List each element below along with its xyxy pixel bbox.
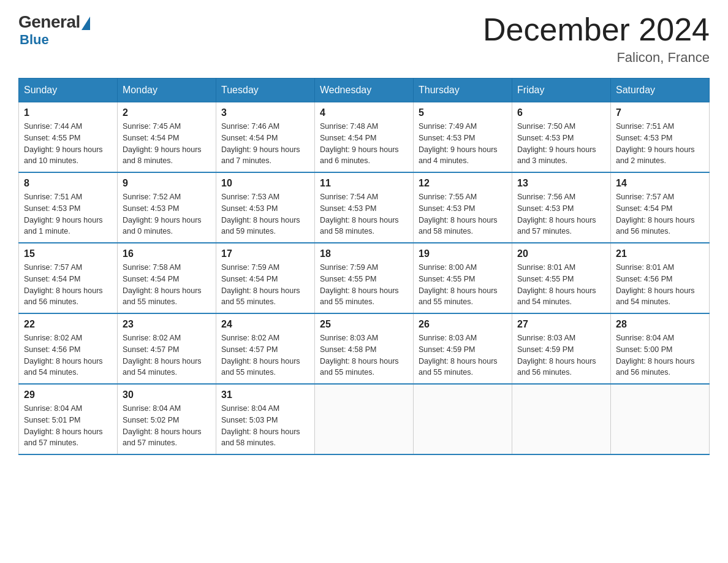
table-row: 28Sunrise: 8:04 AMSunset: 5:00 PMDayligh…: [611, 313, 710, 384]
day-number: 22: [24, 319, 112, 330]
day-number: 29: [24, 389, 112, 400]
day-info: Sunrise: 8:04 AMSunset: 5:01 PMDaylight:…: [24, 403, 112, 449]
day-info: Sunrise: 7:49 AMSunset: 4:53 PMDaylight:…: [419, 121, 507, 167]
day-number: 12: [419, 178, 507, 189]
day-number: 15: [24, 248, 112, 259]
day-number: 18: [320, 248, 408, 259]
table-row: 5Sunrise: 7:49 AMSunset: 4:53 PMDaylight…: [414, 102, 512, 173]
table-row: 13Sunrise: 7:56 AMSunset: 4:53 PMDayligh…: [512, 172, 611, 243]
day-number: 27: [517, 319, 605, 330]
table-row: 15Sunrise: 7:57 AMSunset: 4:54 PMDayligh…: [19, 243, 118, 313]
day-info: Sunrise: 8:04 AMSunset: 5:00 PMDaylight:…: [616, 332, 704, 378]
table-row: 20Sunrise: 8:01 AMSunset: 4:55 PMDayligh…: [512, 243, 611, 313]
day-info: Sunrise: 7:56 AMSunset: 4:53 PMDaylight:…: [517, 191, 605, 237]
day-info: Sunrise: 7:45 AMSunset: 4:54 PMDaylight:…: [123, 121, 211, 167]
day-info: Sunrise: 7:58 AMSunset: 4:54 PMDaylight:…: [123, 262, 211, 308]
day-number: 25: [320, 319, 408, 330]
day-info: Sunrise: 7:54 AMSunset: 4:53 PMDaylight:…: [320, 191, 408, 237]
day-info: Sunrise: 8:03 AMSunset: 4:59 PMDaylight:…: [517, 332, 605, 378]
day-info: Sunrise: 8:02 AMSunset: 4:57 PMDaylight:…: [123, 332, 211, 378]
table-row: 2Sunrise: 7:45 AMSunset: 4:54 PMDaylight…: [118, 102, 216, 173]
header-saturday: Saturday: [611, 79, 710, 102]
logo: General Blue: [18, 12, 90, 48]
table-row: 24Sunrise: 8:02 AMSunset: 4:57 PMDayligh…: [216, 313, 315, 384]
header-thursday: Thursday: [414, 79, 512, 102]
day-info: Sunrise: 7:59 AMSunset: 4:54 PMDaylight:…: [221, 262, 309, 308]
header-monday: Monday: [118, 79, 216, 102]
logo-blue-text: Blue: [20, 32, 49, 48]
table-row: [414, 384, 512, 454]
header-sunday: Sunday: [19, 79, 118, 102]
day-number: 23: [123, 319, 211, 330]
table-row: 11Sunrise: 7:54 AMSunset: 4:53 PMDayligh…: [315, 172, 414, 243]
logo-triangle-icon: [82, 17, 90, 30]
day-info: Sunrise: 8:00 AMSunset: 4:55 PMDaylight:…: [419, 262, 507, 308]
table-row: 6Sunrise: 7:50 AMSunset: 4:53 PMDaylight…: [512, 102, 611, 173]
week-row-5: 29Sunrise: 8:04 AMSunset: 5:01 PMDayligh…: [19, 384, 710, 454]
weekday-header-row: SundayMondayTuesdayWednesdayThursdayFrid…: [19, 79, 710, 102]
day-number: 5: [419, 107, 507, 118]
location-subtitle: Falicon, France: [483, 50, 710, 66]
table-row: 1Sunrise: 7:44 AMSunset: 4:55 PMDaylight…: [19, 102, 118, 173]
table-row: [512, 384, 611, 454]
month-year-title: December 2024: [483, 12, 710, 47]
table-row: 23Sunrise: 8:02 AMSunset: 4:57 PMDayligh…: [118, 313, 216, 384]
day-info: Sunrise: 8:01 AMSunset: 4:56 PMDaylight:…: [616, 262, 704, 308]
day-info: Sunrise: 7:52 AMSunset: 4:53 PMDaylight:…: [123, 191, 211, 237]
title-block: December 2024 Falicon, France: [483, 12, 710, 66]
table-row: 17Sunrise: 7:59 AMSunset: 4:54 PMDayligh…: [216, 243, 315, 313]
page-header: General Blue December 2024 Falicon, Fran…: [18, 12, 710, 66]
day-number: 24: [221, 319, 309, 330]
day-info: Sunrise: 7:55 AMSunset: 4:53 PMDaylight:…: [419, 191, 507, 237]
day-number: 14: [616, 178, 704, 189]
table-row: 16Sunrise: 7:58 AMSunset: 4:54 PMDayligh…: [118, 243, 216, 313]
day-info: Sunrise: 8:02 AMSunset: 4:57 PMDaylight:…: [221, 332, 309, 378]
day-info: Sunrise: 7:44 AMSunset: 4:55 PMDaylight:…: [24, 121, 112, 167]
day-number: 19: [419, 248, 507, 259]
day-info: Sunrise: 7:50 AMSunset: 4:53 PMDaylight:…: [517, 121, 605, 167]
day-info: Sunrise: 8:02 AMSunset: 4:56 PMDaylight:…: [24, 332, 112, 378]
day-info: Sunrise: 7:46 AMSunset: 4:54 PMDaylight:…: [221, 121, 309, 167]
table-row: 27Sunrise: 8:03 AMSunset: 4:59 PMDayligh…: [512, 313, 611, 384]
day-number: 11: [320, 178, 408, 189]
table-row: 14Sunrise: 7:57 AMSunset: 4:54 PMDayligh…: [611, 172, 710, 243]
table-row: 22Sunrise: 8:02 AMSunset: 4:56 PMDayligh…: [19, 313, 118, 384]
header-tuesday: Tuesday: [216, 79, 315, 102]
day-number: 28: [616, 319, 704, 330]
day-number: 26: [419, 319, 507, 330]
table-row: [611, 384, 710, 454]
logo-general-text: General: [18, 12, 80, 32]
table-row: 12Sunrise: 7:55 AMSunset: 4:53 PMDayligh…: [414, 172, 512, 243]
table-row: 10Sunrise: 7:53 AMSunset: 4:53 PMDayligh…: [216, 172, 315, 243]
day-number: 13: [517, 178, 605, 189]
day-info: Sunrise: 7:53 AMSunset: 4:53 PMDaylight:…: [221, 191, 309, 237]
day-info: Sunrise: 8:04 AMSunset: 5:03 PMDaylight:…: [221, 403, 309, 449]
day-number: 21: [616, 248, 704, 259]
table-row: 30Sunrise: 8:04 AMSunset: 5:02 PMDayligh…: [118, 384, 216, 454]
calendar-table: SundayMondayTuesdayWednesdayThursdayFrid…: [18, 78, 710, 455]
table-row: 8Sunrise: 7:51 AMSunset: 4:53 PMDaylight…: [19, 172, 118, 243]
table-row: 3Sunrise: 7:46 AMSunset: 4:54 PMDaylight…: [216, 102, 315, 173]
table-row: 4Sunrise: 7:48 AMSunset: 4:54 PMDaylight…: [315, 102, 414, 173]
week-row-3: 15Sunrise: 7:57 AMSunset: 4:54 PMDayligh…: [19, 243, 710, 313]
header-wednesday: Wednesday: [315, 79, 414, 102]
day-number: 3: [221, 107, 309, 118]
table-row: 18Sunrise: 7:59 AMSunset: 4:55 PMDayligh…: [315, 243, 414, 313]
table-row: 25Sunrise: 8:03 AMSunset: 4:58 PMDayligh…: [315, 313, 414, 384]
day-info: Sunrise: 7:51 AMSunset: 4:53 PMDaylight:…: [24, 191, 112, 237]
day-info: Sunrise: 8:03 AMSunset: 4:59 PMDaylight:…: [419, 332, 507, 378]
day-info: Sunrise: 7:51 AMSunset: 4:53 PMDaylight:…: [616, 121, 704, 167]
day-number: 8: [24, 178, 112, 189]
week-row-1: 1Sunrise: 7:44 AMSunset: 4:55 PMDaylight…: [19, 102, 710, 173]
week-row-2: 8Sunrise: 7:51 AMSunset: 4:53 PMDaylight…: [19, 172, 710, 243]
table-row: 21Sunrise: 8:01 AMSunset: 4:56 PMDayligh…: [611, 243, 710, 313]
day-number: 2: [123, 107, 211, 118]
table-row: 31Sunrise: 8:04 AMSunset: 5:03 PMDayligh…: [216, 384, 315, 454]
day-number: 9: [123, 178, 211, 189]
day-number: 31: [221, 389, 309, 400]
day-number: 30: [123, 389, 211, 400]
table-row: 19Sunrise: 8:00 AMSunset: 4:55 PMDayligh…: [414, 243, 512, 313]
day-number: 4: [320, 107, 408, 118]
day-number: 7: [616, 107, 704, 118]
header-friday: Friday: [512, 79, 611, 102]
